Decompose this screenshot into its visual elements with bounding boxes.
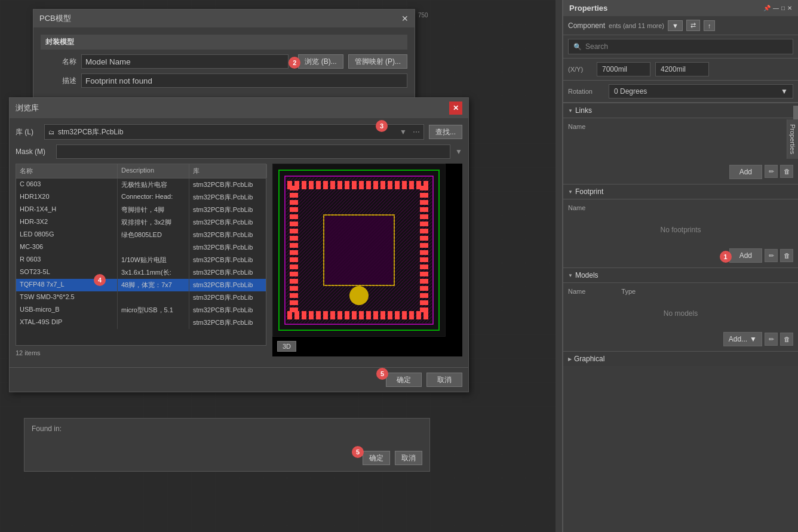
graphical-section-header[interactable]: ▶ Graphical [563,351,798,366]
models-add-button[interactable]: Add... ▼ [723,332,762,346]
y-value[interactable]: 4200mil [655,62,709,76]
preview-panel: 3D [272,164,462,356]
svg-rect-12 [323,181,328,189]
x-value[interactable]: 7000mil [597,62,650,76]
pcbmodel-title-bar: PCB模型 ✕ [33,10,415,27]
svg-rect-19 [373,181,378,189]
list-cell-name: USB-micro_B [16,304,118,316]
browser-dialog: 浏览库 ✕ 库 (L) 🗂 stm32PCB库.PcbLib 3 ▼ ⋯ 查找.… [9,97,469,392]
outer-confirm-button[interactable]: 确定 [363,451,390,465]
mask-label: Mask (M) [16,147,51,156]
list-cell-desc: 1/10W贴片电阻 [118,254,189,266]
models-triangle: ▼ [568,273,573,278]
xy-row: (X/Y) 7000mil 4200mil [563,59,798,81]
fp-name-col: Name [568,204,793,211]
rotation-select[interactable]: 0 Degrees ▼ [609,84,793,99]
svg-rect-14 [337,181,342,189]
search-input-container[interactable]: 🔍 Search [568,39,793,54]
svg-rect-48 [290,193,298,198]
svg-rect-56 [290,250,298,255]
fp-triangle: ▼ [568,189,573,195]
xy-label: (X/Y) [568,66,592,73]
vertical-tab[interactable]: Properties [787,119,798,159]
svg-rect-39 [373,311,378,319]
svg-rect-20 [380,181,385,189]
fp-delete-button[interactable]: 🗑 [780,249,793,262]
models-title: Models [575,271,598,279]
mask-row: Mask (M) ▼ [16,144,462,159]
browser-confirm-button[interactable]: 确定 [386,373,422,387]
pcbmodel-browse-button[interactable]: 浏览 (B)... [298,54,343,69]
svg-rect-22 [395,181,400,189]
outer-cancel-button[interactable]: 取消 [395,451,422,465]
list-item[interactable]: SOT23-5L 3x1.6x1.1mm(长: stm32PCB库.PcbLib [16,266,266,279]
list-item[interactable]: USB-micro_B micro型USB，5.1 stm32PCB库.PcbL… [16,304,266,316]
list-item[interactable]: MC-306 stm32PCB库.PcbLib [16,241,266,254]
links-triangle: ▼ [568,108,573,113]
footprint-section-body: Name No footprints 1 Add ✏ 🗑 [563,199,798,267]
svg-rect-24 [409,181,414,189]
list-item[interactable]: TSW SMD-3*6*2.5 stm32PCB库.PcbLib [16,291,266,304]
browser-cancel-button[interactable]: 取消 [426,373,462,387]
sync-button[interactable]: ⇄ [686,20,700,31]
links-name-col: Name [568,123,793,130]
pcbmodel-dialog: PCB模型 ✕ 封装模型 名称 2 浏览 (B)... 管脚映射 (P)... … [33,9,415,100]
lib-select[interactable]: 🗂 stm32PCB库.PcbLib 3 ▼ ⋯ [44,124,424,140]
svg-rect-78 [420,279,428,284]
mask-input[interactable] [56,144,450,159]
svg-rect-81 [420,300,428,305]
export-button[interactable]: ↑ [704,20,716,31]
svg-rect-38 [366,311,371,319]
list-item[interactable]: TQFP48 7x7_L 48脚，体宽：7x7 stm32PCB库.PcbLib… [16,279,266,291]
fp-add-button[interactable]: Add [729,248,762,263]
list-item[interactable]: C 0603 无极性贴片电容 stm32PCB库.PcbLib [16,179,266,191]
svg-rect-60 [290,279,298,284]
col-lib: 库 [189,164,267,178]
list-item[interactable]: XTAL-49S DIP stm32PCB库.PcbLib [16,316,266,329]
links-add-button[interactable]: Add [729,165,762,179]
list-item[interactable]: HDR-3X2 双排排针，3x2脚 stm32PCB库.PcbLib [16,216,266,229]
list-cell-lib: stm32PCB库.PcbLib [189,304,266,316]
prop-pin-button[interactable]: 📌 [763,5,771,11]
filter-button[interactable]: ▼ [668,20,683,31]
links-edit-button[interactable]: ✏ [765,165,778,178]
pcbmodel-pinmap-button[interactable]: 管脚映射 (P)... [348,54,407,69]
fp-edit-button[interactable]: ✏ [765,249,778,262]
svg-rect-77 [420,272,428,276]
pcbmodel-close-button[interactable]: ✕ [401,14,409,23]
library-row: 库 (L) 🗂 stm32PCB库.PcbLib 3 ▼ ⋯ 查找... [16,124,462,140]
list-body[interactable]: C 0603 无极性贴片电容 stm32PCB库.PcbLib HDR1X20 … [16,179,266,346]
list-item[interactable]: HDR1X20 Connector: Head: stm32PCB库.PcbLi… [16,191,266,204]
btn-3d[interactable]: 3D [277,341,296,352]
prop-close-button[interactable]: ✕ [787,5,792,11]
footprint-section-header[interactable]: ▼ Footprint [563,184,798,199]
pcbmodel-name-input[interactable] [81,54,288,69]
svg-rect-55 [290,243,298,248]
svg-rect-49 [290,200,298,205]
list-cell-desc: Connector: Head: [118,191,189,204]
links-delete-button[interactable]: 🗑 [780,165,793,178]
svg-rect-73 [420,243,428,248]
list-item[interactable]: LED 0805G 绿色0805LED stm32PCB库.PcbLib [16,229,266,241]
list-cell-lib: stm32PCB库.PcbLib [189,229,266,241]
prop-minimize-button[interactable]: — [773,5,779,11]
pcbmodel-desc-label: 描述 [41,76,76,86]
col-desc: Description [118,164,189,178]
models-edit-button[interactable]: ✏ [765,333,778,346]
svg-rect-47 [290,186,298,190]
pcbmodel-desc-row: 描述 [41,73,407,88]
browser-close-button[interactable]: ✕ [449,102,462,115]
list-item[interactable]: HDR-1X4_H 弯脚排针，4脚 stm32PCB库.PcbLib [16,204,266,216]
pcbmodel-name-row: 名称 2 浏览 (B)... 管脚映射 (P)... [41,54,407,69]
list-item[interactable]: R 0603 1/10W贴片电阻 stm32PCB库.PcbLib [16,254,266,266]
svg-rect-31 [316,311,321,319]
mask-dropdown[interactable]: ▼ [455,147,462,156]
models-section-header[interactable]: ▼ Models [563,267,798,283]
models-delete-button[interactable]: 🗑 [780,333,793,346]
links-section-body: Name Add ✏ 🗑 [563,118,798,184]
find-button[interactable]: 查找... [429,125,462,139]
prop-maximize-button[interactable]: □ [781,5,785,11]
pcbmodel-desc-input[interactable] [81,73,407,88]
svg-rect-70 [420,222,428,226]
links-section-header[interactable]: ▼ Links [563,103,798,118]
